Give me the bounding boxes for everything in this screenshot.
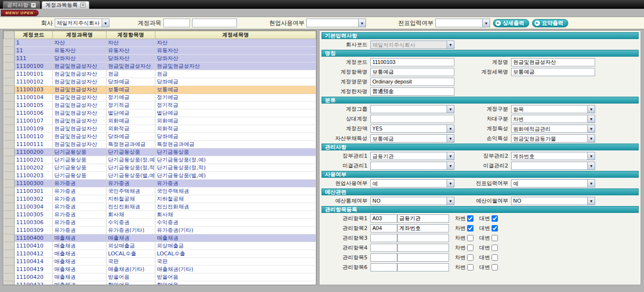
table-row[interactable]: 11100102현금및현금성자산당좌예금당좌예금 — [4, 78, 316, 86]
row-selector[interactable] — [4, 195, 15, 203]
table-row[interactable]: 11100302유가증권지하철공채지하철공채 — [4, 195, 316, 203]
row-selector[interactable] — [4, 266, 15, 273]
row-selector[interactable] — [4, 172, 15, 180]
debit-checkbox[interactable] — [467, 254, 473, 261]
row-selector[interactable] — [4, 242, 15, 250]
table-row[interactable]: 11유동자산유동자산유동자산 — [4, 47, 316, 55]
account-gubun-select[interactable]: 항목 ▼ — [511, 105, 595, 113]
table-row[interactable]: 11100309유가증권유가증권(기타)유가증권(기타) — [4, 227, 316, 234]
row-selector[interactable] — [4, 78, 15, 86]
mgmt-item-name-input[interactable] — [397, 234, 449, 242]
mgmt-item-name-input[interactable] — [397, 214, 449, 223]
row-selector[interactable] — [4, 47, 15, 55]
tab-account-registration[interactable]: 계정과목등록 × — [42, 1, 89, 9]
table-row[interactable]: 11100301유가증권국민주택채권국민주택채권 — [4, 188, 316, 195]
company-select[interactable]: 제일저지주식회사 ▼ — [55, 19, 109, 27]
row-selector[interactable] — [4, 117, 15, 125]
row-selector[interactable] — [4, 94, 15, 102]
dc-gubun-select[interactable]: 차변 ▼ — [511, 115, 595, 123]
account-name-input[interactable] — [192, 19, 237, 27]
field-use-select[interactable]: ▼ — [306, 19, 366, 27]
row-selector[interactable] — [4, 203, 15, 211]
mgmt-item-code-input[interactable] — [370, 253, 397, 262]
credit-checkbox[interactable] — [492, 254, 498, 261]
table-row[interactable]: 11100304유가증권전신전화채권전신전화채권 — [4, 203, 316, 211]
item-name-field[interactable] — [370, 68, 454, 76]
row-selector[interactable] — [4, 133, 15, 141]
mgmt-item-name-input[interactable] — [397, 244, 449, 252]
row-selector[interactable] — [4, 102, 15, 109]
debit-checkbox[interactable] — [467, 264, 473, 271]
row-selector[interactable] — [4, 164, 15, 172]
account-group-select[interactable]: ▼ — [370, 105, 454, 113]
use-field-select[interactable]: 예 ▼ — [370, 179, 454, 188]
table-row[interactable]: 11100104현금및현금성자산정기예금정기예금 — [4, 94, 316, 102]
debit-checkbox[interactable] — [467, 235, 473, 241]
credit-checkbox[interactable] — [492, 264, 498, 271]
row-selector[interactable] — [4, 70, 15, 78]
mgmt-item-name-input[interactable] — [397, 224, 449, 232]
row-selector[interactable] — [4, 109, 15, 117]
row-selector[interactable] — [4, 125, 15, 133]
table-row[interactable]: 11100400매출채권매출채권매출채권 — [4, 234, 316, 242]
mgmt-item-code-input[interactable] — [370, 214, 397, 223]
row-selector[interactable] — [4, 39, 15, 47]
row-selector[interactable] — [4, 156, 15, 164]
table-row[interactable]: 11100419매출채권매출채권(기타)매출채권(기타) — [4, 266, 316, 273]
mgmt-item-code-input[interactable] — [370, 244, 397, 252]
open-mgmt1-select[interactable]: ▼ — [370, 162, 454, 170]
slip-entry-select[interactable]: ▼ — [435, 19, 490, 27]
close-icon[interactable]: × — [31, 2, 36, 8]
account-trait-select[interactable]: 원화예적금관리 ▼ — [511, 125, 595, 133]
hanja-name-field[interactable] — [370, 87, 454, 96]
use-slip-select[interactable]: 예 ▼ — [511, 179, 595, 188]
row-selector[interactable] — [4, 273, 15, 281]
row-selector[interactable] — [4, 219, 15, 227]
table-row[interactable]: 11100412매출채권LOCAL수출LOCAL수출 — [4, 250, 316, 258]
table-row[interactable]: 11100107현금및현금성자산외화예금외화예금 — [4, 117, 316, 125]
book-mgmt2-select[interactable]: 계좌번호 ▼ — [511, 152, 595, 160]
mgmt-item-code-input[interactable] — [370, 234, 397, 242]
table-row[interactable]: 11100103현금및현금성자산보통예금보통예금 — [4, 86, 316, 94]
table-row[interactable]: 11100410매출채권외상매출금외상매출금 — [4, 242, 316, 250]
credit-checkbox[interactable] — [492, 225, 498, 231]
table-row[interactable]: 11100200단기금융상품단기금융상품단기금융상품 — [4, 148, 316, 156]
account-name-field[interactable] — [511, 58, 595, 66]
detail-name-field[interactable] — [511, 68, 595, 76]
mgmt-item-code-input[interactable] — [370, 224, 397, 232]
table-row[interactable]: 11100414매출채권국판국판 — [4, 258, 316, 266]
row-selector[interactable] — [4, 234, 15, 242]
row-selector[interactable] — [4, 63, 15, 70]
table-row[interactable]: 11100201단기금융상품단기금융상품(정,예)단기금융상품(정,예) — [4, 156, 316, 164]
mgmt-item-name-input[interactable] — [397, 253, 449, 262]
table-row[interactable]: 11100101현금및현금성자산현금현금 — [4, 70, 316, 78]
budget-control-select[interactable]: NO ▼ — [370, 197, 454, 205]
table-row[interactable]: 11100202단기금융상품단기금융상품(정,적)단기금융상품(정,적) — [4, 164, 316, 172]
row-selector[interactable] — [4, 258, 15, 266]
book-mgmt1-select[interactable]: 금융기관 ▼ — [370, 152, 454, 160]
debit-checkbox[interactable] — [467, 245, 473, 251]
table-row[interactable]: 11100420매출채권받을어음받을어음 — [4, 273, 316, 281]
credit-checkbox[interactable] — [492, 245, 498, 251]
budget-carry-select[interactable]: NO ▼ — [511, 197, 595, 205]
contra-account-field[interactable] — [370, 115, 454, 123]
asset-trait-select[interactable]: 보통예금 ▼ — [370, 134, 454, 143]
row-selector[interactable] — [4, 55, 15, 63]
row-selector[interactable] — [4, 86, 15, 94]
table-row[interactable]: 1자산자산자산 — [4, 39, 316, 47]
summary-print-button[interactable]: ► 요약출력 — [532, 19, 568, 27]
row-selector[interactable] — [4, 211, 15, 219]
english-name-field[interactable] — [370, 78, 454, 86]
menu-open-button[interactable]: MENU OPEN — [1, 10, 39, 16]
table-row[interactable]: 11100105현금및현금성자산정기적금정기적금 — [4, 102, 316, 109]
credit-checkbox[interactable] — [492, 235, 498, 241]
account-code-field[interactable] — [370, 58, 454, 66]
row-selector[interactable] — [4, 250, 15, 258]
pl-trait-select[interactable]: 현금및현금등가물 ▼ — [511, 134, 595, 143]
row-selector[interactable] — [4, 148, 15, 156]
table-row[interactable]: 11100422매출채권할인어음할인어음 — [4, 281, 316, 286]
account-code-input[interactable] — [163, 19, 190, 27]
table-row[interactable]: 11100300유가증권유가증권유가증권 — [4, 180, 316, 188]
mgmt-item-code-input[interactable] — [370, 263, 397, 271]
row-selector[interactable] — [4, 141, 15, 148]
